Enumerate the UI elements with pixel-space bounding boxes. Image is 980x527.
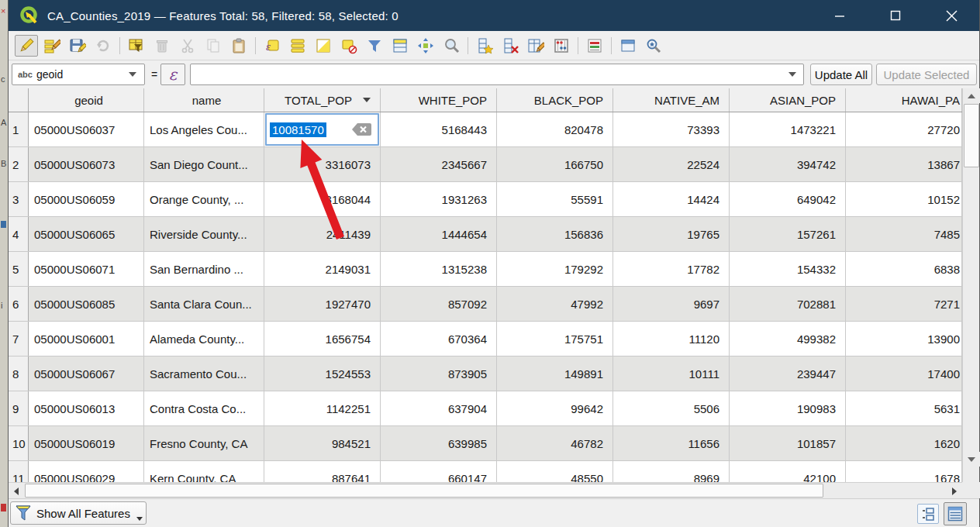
cell-white_pop[interactable]: 660147: [381, 461, 497, 482]
row-number[interactable]: 8: [9, 356, 29, 391]
cell-asian_pop[interactable]: 154332: [730, 252, 846, 286]
cell-total_pop[interactable]: 3316073: [264, 147, 381, 181]
cell-name[interactable]: Santa Clara Coun...: [144, 287, 264, 321]
vertical-scrollbar-thumb[interactable]: [964, 104, 979, 167]
horizontal-scrollbar[interactable]: [9, 482, 962, 498]
cell-black_pop[interactable]: 820478: [497, 112, 613, 146]
cell-name[interactable]: Sacramento Cou...: [144, 356, 264, 391]
cell-asian_pop[interactable]: 101857: [730, 426, 846, 460]
scroll-down-button[interactable]: [963, 452, 980, 467]
cell-hawai_pa[interactable]: 27720: [846, 112, 962, 146]
cell-name[interactable]: Alameda County...: [144, 322, 264, 356]
cell-black_pop[interactable]: 55591: [497, 182, 613, 216]
move-selection-to-top-button[interactable]: [388, 35, 412, 57]
new-field-button[interactable]: [473, 35, 496, 57]
cell-native_am[interactable]: 19765: [613, 217, 730, 251]
vertical-scrollbar[interactable]: [962, 88, 979, 482]
minimize-button[interactable]: [812, 0, 868, 31]
cell-asian_pop[interactable]: 649042: [730, 182, 846, 216]
cell-native_am[interactable]: 8969: [613, 461, 730, 482]
cell-total_pop[interactable]: 1656754: [264, 322, 381, 356]
cell-name[interactable]: Los Angeles Cou...: [144, 112, 264, 146]
cell-asian_pop[interactable]: 499382: [730, 322, 846, 356]
field-calculator-button[interactable]: [524, 35, 547, 57]
update-selected-button[interactable]: Update Selected: [876, 64, 977, 85]
cell-asian_pop[interactable]: 239447: [730, 356, 846, 391]
cell-hawai_pa[interactable]: 1678: [846, 461, 962, 482]
multiedit-button[interactable]: [40, 35, 64, 57]
editing-cell[interactable]: 10081570: [265, 113, 379, 146]
cell-hawai_pa[interactable]: 7271: [846, 287, 962, 321]
cell-native_am[interactable]: 9697: [613, 287, 730, 321]
cut-features-button[interactable]: [176, 35, 199, 57]
cell-asian_pop[interactable]: 190983: [730, 391, 846, 425]
field-selector-combo[interactable]: abc geoid: [12, 64, 145, 85]
cell-white_pop[interactable]: 857092: [381, 287, 497, 321]
feature-filter-button[interactable]: Show All Features: [10, 501, 147, 525]
cell-native_am[interactable]: 10111: [613, 356, 730, 391]
chevron-down-icon[interactable]: [788, 72, 796, 77]
cell-native_am[interactable]: 73393: [613, 112, 730, 146]
cell-asian_pop[interactable]: 157261: [730, 217, 846, 251]
row-number[interactable]: 11: [9, 461, 29, 482]
cell-geoid[interactable]: 05000US06085: [29, 287, 144, 321]
row-number[interactable]: 5: [9, 252, 29, 286]
cell-hawai_pa[interactable]: 13900: [846, 322, 962, 356]
column-header-name[interactable]: name: [144, 88, 264, 112]
maximize-button[interactable]: [868, 0, 923, 31]
horizontal-scrollbar-thumb[interactable]: [25, 484, 823, 498]
cell-native_am[interactable]: 11120: [613, 322, 730, 356]
expression-input[interactable]: [190, 64, 804, 85]
cell-geoid[interactable]: 05000US06073: [29, 147, 144, 181]
cell-black_pop[interactable]: 48550: [497, 461, 613, 482]
cell-white_pop[interactable]: 639985: [381, 426, 497, 460]
scroll-left-button[interactable]: [9, 483, 24, 499]
column-header-hawai_pa[interactable]: HAWAI_PA: [846, 88, 962, 112]
actions-button[interactable]: [642, 35, 665, 57]
cell-total_pop[interactable]: 2149031: [264, 252, 381, 286]
row-number[interactable]: 6: [9, 287, 29, 321]
cell-native_am[interactable]: 11656: [613, 426, 730, 460]
cell-geoid[interactable]: 05000US06067: [29, 356, 144, 391]
conditional-formatting-button[interactable]: [583, 35, 606, 57]
cell-white_pop[interactable]: 1931263: [381, 182, 497, 216]
cell-hawai_pa[interactable]: 13867: [846, 147, 962, 181]
cell-white_pop[interactable]: 2345667: [381, 147, 497, 181]
cell-hawai_pa[interactable]: 10152: [846, 182, 962, 216]
toggle-editing-button[interactable]: [15, 35, 38, 57]
add-feature-button[interactable]: [125, 35, 148, 57]
cell-black_pop[interactable]: 46782: [497, 426, 613, 460]
zoom-to-selection-button[interactable]: [440, 35, 463, 57]
delete-selected-button[interactable]: [150, 35, 174, 57]
cell-hawai_pa[interactable]: 17400: [846, 356, 962, 391]
cell-white_pop[interactable]: 1444654: [381, 217, 497, 251]
row-number[interactable]: 3: [9, 182, 29, 216]
copy-features-button[interactable]: [202, 35, 225, 57]
cell-asian_pop[interactable]: 42100: [730, 461, 846, 482]
cell-hawai_pa[interactable]: 5631: [846, 391, 962, 425]
cell-total_pop[interactable]: 1927470: [264, 287, 381, 321]
cell-black_pop[interactable]: 166750: [497, 147, 613, 181]
cell-black_pop[interactable]: 179292: [497, 252, 613, 286]
cell-hawai_pa[interactable]: 1620: [846, 426, 962, 460]
cell-geoid[interactable]: 05000US06037: [29, 112, 144, 146]
cell-total_pop[interactable]: 984521: [264, 426, 381, 460]
cell-white_pop[interactable]: 637904: [381, 391, 497, 425]
save-edits-button[interactable]: [66, 35, 89, 57]
cell-hawai_pa[interactable]: 7485: [846, 217, 962, 251]
cell-hawai_pa[interactable]: 6838: [846, 252, 962, 286]
cell-name[interactable]: Kern County, CA: [144, 461, 264, 482]
cell-native_am[interactable]: 14424: [613, 182, 730, 216]
cell-geoid[interactable]: 05000US06071: [29, 252, 144, 286]
cell-name[interactable]: Contra Costa Co...: [144, 391, 264, 425]
cell-geoid[interactable]: 05000US06019: [29, 426, 144, 460]
column-header-black_pop[interactable]: BLACK_POP: [497, 88, 613, 112]
row-number[interactable]: 7: [9, 322, 29, 356]
cell-black_pop[interactable]: 47992: [497, 287, 613, 321]
update-all-button[interactable]: Update All: [810, 64, 872, 85]
organize-columns-button[interactable]: [550, 35, 573, 57]
paste-features-button[interactable]: [227, 35, 250, 57]
cell-white_pop[interactable]: 670364: [381, 322, 497, 356]
cell-native_am[interactable]: 17782: [613, 252, 730, 286]
cell-total_pop[interactable]: 2411439: [264, 217, 381, 251]
